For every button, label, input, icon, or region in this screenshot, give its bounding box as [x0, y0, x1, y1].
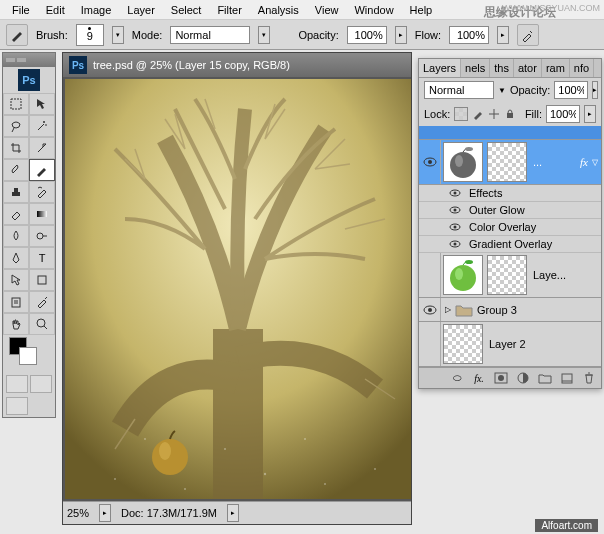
slice-tool-icon[interactable] [29, 137, 55, 159]
move-tool-icon[interactable] [29, 93, 55, 115]
fill-fly[interactable]: ▸ [584, 105, 596, 123]
layer-row[interactable] [419, 126, 601, 140]
docinfo-flyout[interactable]: ▸ [227, 504, 239, 522]
flow-input[interactable] [449, 26, 489, 44]
visibility-icon[interactable] [419, 140, 441, 184]
svg-point-16 [304, 438, 306, 440]
layer-thumb[interactable] [443, 255, 483, 295]
new-layer-icon[interactable] [557, 370, 577, 386]
fx-gradient-overlay[interactable]: Gradient Overlay [419, 236, 601, 253]
background-color[interactable] [19, 347, 37, 365]
adjustment-layer-icon[interactable] [513, 370, 533, 386]
zoom-flyout[interactable]: ▸ [99, 504, 111, 522]
blend-mode-select[interactable]: Normal [170, 26, 250, 44]
tab-navigator[interactable]: ator [514, 59, 542, 77]
lock-transparent-icon[interactable] [454, 107, 468, 121]
flow-flyout[interactable]: ▸ [497, 26, 509, 44]
tab-info[interactable]: nfo [570, 59, 594, 77]
new-group-icon[interactable] [535, 370, 555, 386]
color-swatches[interactable] [3, 335, 55, 373]
layer-opacity-fly[interactable]: ▸ [592, 81, 598, 99]
fx-color-overlay[interactable]: Color Overlay [419, 219, 601, 236]
lasso-tool-icon[interactable] [3, 115, 29, 137]
visibility-icon[interactable] [419, 298, 441, 321]
layer-blend-select[interactable]: Normal [424, 81, 494, 99]
layer-opacity-input[interactable] [554, 81, 588, 99]
tab-paths[interactable]: ths [490, 59, 514, 77]
dodge-tool-icon[interactable] [29, 225, 55, 247]
canvas-area[interactable] [63, 77, 411, 501]
lock-position-icon[interactable] [488, 108, 500, 120]
mode-dropdown[interactable]: ▾ [258, 26, 270, 44]
lock-all-icon[interactable] [504, 108, 516, 120]
menu-analysis[interactable]: Analysis [250, 2, 307, 17]
tab-layers[interactable]: Layers [419, 59, 461, 77]
visibility-icon[interactable] [419, 322, 441, 366]
eyedropper-tool-icon[interactable] [29, 291, 55, 313]
layer-row[interactable]: Layer 2 [419, 322, 601, 367]
lock-pixels-icon[interactable] [472, 108, 484, 120]
heal-tool-icon[interactable] [3, 159, 29, 181]
screenmode-icon[interactable] [6, 397, 28, 415]
brush-tool-icon[interactable] [6, 24, 28, 46]
brush-tool-icon[interactable] [29, 159, 55, 181]
fill-input[interactable] [546, 105, 580, 123]
document-titlebar[interactable]: Ps tree.psd @ 25% (Layer 15 copy, RGB/8) [63, 53, 411, 77]
zoom-level[interactable]: 25% [67, 507, 89, 519]
layer-name[interactable]: Layer 2 [489, 338, 526, 350]
marquee-tool-icon[interactable] [3, 93, 29, 115]
notes-tool-icon[interactable] [3, 291, 29, 313]
airbrush-icon[interactable] [517, 24, 539, 46]
standard-mode-icon[interactable] [6, 375, 28, 393]
history-brush-icon[interactable] [29, 181, 55, 203]
group-name[interactable]: Group 3 [477, 304, 517, 316]
brush-dropdown[interactable]: ▾ [112, 26, 124, 44]
crop-tool-icon[interactable] [3, 137, 29, 159]
layer-row[interactable]: Laye... [419, 253, 601, 298]
fx-badge[interactable]: fx [580, 156, 588, 168]
expand-icon[interactable]: ▷ [445, 305, 451, 314]
fx-outer-glow[interactable]: Outer Glow [419, 202, 601, 219]
eraser-tool-icon[interactable] [3, 203, 29, 225]
menu-layer[interactable]: Layer [119, 2, 163, 17]
menu-select[interactable]: Select [163, 2, 210, 17]
stamp-tool-icon[interactable] [3, 181, 29, 203]
layer-name[interactable]: Laye... [533, 269, 566, 281]
hand-tool-icon[interactable] [3, 313, 29, 335]
menu-help[interactable]: Help [402, 2, 441, 17]
visibility-icon[interactable] [419, 253, 441, 297]
path-select-icon[interactable] [3, 269, 29, 291]
wand-tool-icon[interactable] [29, 115, 55, 137]
menu-window[interactable]: Window [346, 2, 401, 17]
link-layers-icon[interactable]: ⬭ [447, 370, 467, 386]
type-tool-icon[interactable]: T [29, 247, 55, 269]
layer-thumb[interactable] [443, 142, 483, 182]
menu-image[interactable]: Image [73, 2, 120, 17]
svg-point-24 [454, 192, 457, 195]
layer-mask-thumb[interactable] [487, 255, 527, 295]
layer-group-row[interactable]: ▷ Group 3 [419, 298, 601, 322]
pen-tool-icon[interactable] [3, 247, 29, 269]
quickmask-mode-icon[interactable] [30, 375, 52, 393]
tab-channels[interactable]: nels [461, 59, 490, 77]
gradient-tool-icon[interactable] [29, 203, 55, 225]
blur-tool-icon[interactable] [3, 225, 29, 247]
opacity-flyout[interactable]: ▸ [395, 26, 407, 44]
layer-mask-thumb[interactable] [487, 142, 527, 182]
layer-row-selected[interactable]: ... fx ▽ [419, 140, 601, 185]
shape-tool-icon[interactable] [29, 269, 55, 291]
tab-histogram[interactable]: ram [542, 59, 570, 77]
menu-view[interactable]: View [307, 2, 347, 17]
layer-thumb[interactable] [443, 324, 483, 364]
brush-preset[interactable]: 9 [76, 24, 104, 46]
menu-file[interactable]: File [4, 2, 38, 17]
layer-style-icon[interactable]: fx. [469, 370, 489, 386]
fx-effects-header[interactable]: Effects [419, 185, 601, 202]
opacity-input[interactable] [347, 26, 387, 44]
delete-layer-icon[interactable] [579, 370, 599, 386]
toolbox-header[interactable] [3, 53, 55, 67]
layer-mask-icon[interactable] [491, 370, 511, 386]
zoom-tool-icon[interactable] [29, 313, 55, 335]
menu-edit[interactable]: Edit [38, 2, 73, 17]
menu-filter[interactable]: Filter [209, 2, 249, 17]
